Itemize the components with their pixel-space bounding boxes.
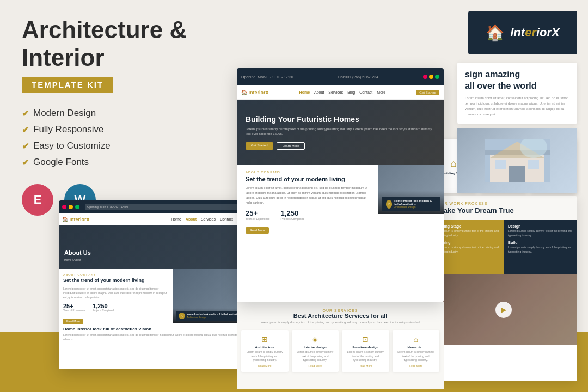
dot-yellow: [69, 205, 73, 209]
process-img-overlay: ▶: [430, 274, 577, 345]
service-name: Furniture design: [345, 346, 386, 349]
s2-about-left: ABOUT COMPANY Set the trend of your mode…: [59, 269, 173, 323]
stat-experience: 25+ Years of Experience: [246, 209, 270, 220]
about-left: ABOUT COMPANY Set the trend of your mode…: [237, 165, 378, 239]
stats-row: 25+ Years of Experience 1,250 Projects C…: [246, 209, 370, 220]
service-desc: Lorem ipsum is simply dummy text of the …: [244, 350, 285, 363]
service-link[interactable]: Read More: [345, 364, 386, 367]
nav-links: Home About Services Blog Contact More: [299, 90, 386, 94]
check-icon: ✔: [22, 157, 29, 168]
hero-get-started-btn[interactable]: Get Started: [246, 142, 273, 150]
service-link[interactable]: Read More: [244, 364, 285, 367]
services-label: OUR SERVICES: [242, 309, 438, 313]
service-name: Interior design: [295, 346, 336, 349]
site-logo: 🏠 InteriorX: [241, 90, 269, 95]
step-desc: Lorem ipsum is simply dummy text of the …: [434, 246, 499, 254]
step-desc: Lorem ipsum is simply dummy text of the …: [434, 229, 499, 237]
floating-badge: ⌂ Home Interior look modern & full of ae…: [382, 197, 440, 211]
about-section: ABOUT COMPANY Set the trend of your mode…: [237, 165, 444, 239]
s2-browser-header: Opening: Mon-FRI9OC - 17:30: [59, 200, 249, 213]
list-item: ✔ Google Fonts: [22, 157, 229, 168]
right-panel: sign amazingall over the world Lorem ips…: [457, 63, 577, 198]
badge-sub: Architecture Design: [394, 206, 436, 209]
dot-green: [435, 75, 439, 79]
services-title: Best Architecture Services for all: [242, 313, 438, 319]
check-icon: ✔: [22, 141, 29, 151]
s2-about-text: Lorem ipsum dolor sit amet, consectetur …: [63, 286, 169, 299]
s2-about: ABOUT COMPANY Set the trend of your mode…: [59, 269, 249, 323]
services-section: OUR SERVICES Best Architecture Services …: [237, 302, 444, 389]
service-desc: Lorem ipsum is simply dummy text of the …: [396, 350, 437, 363]
step-desc: Lorem ipsum is simply dummy text of the …: [508, 229, 573, 237]
process-step-design: Design Lorem ipsum is simply dummy text …: [508, 224, 573, 237]
brand-name: InteriorX: [510, 26, 559, 40]
url-bar: Opening: Mon-FRI9OC - 17:30: [85, 204, 243, 210]
check-icon: ✔: [22, 108, 29, 119]
list-item: ✔ Fully Responsive: [22, 124, 229, 135]
about-title: Set the trend of your modern living: [246, 175, 370, 183]
dot-yellow: [429, 75, 433, 79]
service-name: Architecture: [244, 346, 285, 349]
process-header: OUR WORK PROCESS Make Your Dream True: [430, 196, 577, 220]
service-link[interactable]: Read More: [396, 364, 437, 367]
service-desc: Lorem ipsum is simply dummy text of the …: [295, 350, 336, 363]
process-title: Make Your Dream True: [438, 206, 569, 215]
service-card-home: ⌂ Home de... Lorem ipsum is simply dummy…: [393, 330, 440, 372]
service-name: Home de...: [396, 346, 437, 349]
s2-bottom: Home Interior look full of aesthetics Vi…: [59, 323, 249, 356]
play-button[interactable]: ▶: [495, 302, 512, 318]
process-step-planning: Planning Lorem ipsum is simply dummy tex…: [434, 241, 499, 254]
step-name: Design: [508, 224, 573, 228]
s2-stats: 25+ Years of Experience 1,250 Projects C…: [63, 303, 169, 312]
dot-red: [423, 75, 427, 79]
service-desc: Lorem ipsum is simply dummy text of the …: [345, 350, 386, 363]
house-image: [457, 128, 577, 193]
hero-subtitle: Lorem ipsum is simply dummy text of the …: [246, 127, 435, 137]
dot-green: [75, 205, 79, 209]
s2-hero-title: About Us: [64, 249, 244, 256]
check-icon: ✔: [22, 125, 29, 135]
left-panel: Architecture & Interior TEMPLATE KIT ✔ M…: [22, 16, 229, 216]
service-card-arch: ⊞ Architecture Lorem ipsum is simply dum…: [241, 330, 289, 372]
template-kit-badge: TEMPLATE KIT: [22, 77, 113, 93]
hero-buttons: Get Started Learn More: [246, 142, 305, 150]
step-name: Planning: [434, 241, 499, 244]
furniture-icon: ⊡: [345, 335, 386, 344]
house-svg: [485, 139, 550, 182]
process-label: OUR WORK PROCESS: [438, 201, 569, 205]
s2-hero-sub: Home / About: [64, 258, 244, 261]
sign-title: sign amazingall over the world: [465, 69, 569, 92]
s2-badge: ⌂ Home Interior look modern & full of ae…: [176, 311, 247, 321]
s2-logo: 🏠 InteriorX: [62, 217, 90, 222]
s2-read-more[interactable]: Read More: [63, 318, 83, 324]
hero-section: Building Your Futuristic Homes Lorem ips…: [237, 100, 444, 165]
elementor-logo: E: [22, 184, 53, 216]
site-nav: 🏠 InteriorX Home About Services Blog Con…: [237, 85, 444, 100]
read-more-btn[interactable]: Read More: [246, 227, 269, 234]
page-title: Architecture & Interior: [22, 16, 229, 71]
screenshot-2: Opening: Mon-FRI9OC - 17:30 🏠 InteriorX …: [59, 200, 249, 369]
hero-title: Building Your Futuristic Homes: [246, 115, 359, 124]
service-card-interior: ◈ Interior design Lorem ipsum is simply …: [292, 330, 339, 372]
about-text: Lorem ipsum dolor sit amet, consectetur …: [246, 186, 370, 205]
get-started-nav-btn[interactable]: Get Started: [416, 90, 439, 95]
services-header: OUR SERVICES Best Architecture Services …: [237, 302, 444, 327]
s2-nav-links: Home About Services Contact More: [171, 217, 246, 221]
hero-learn-more-btn[interactable]: Learn More: [277, 142, 305, 150]
process-right: Design Lorem ipsum is simply dummy text …: [504, 220, 577, 274]
service-link[interactable]: Read More: [295, 364, 336, 367]
services-subtitle: Lorem Ipsum is simply dummy text of the …: [242, 321, 438, 324]
badge-icon: ⌂: [386, 200, 392, 209]
about-img-overlay: ⌂ Home Interior look modern & full of ae…: [378, 191, 444, 214]
about-image: ⌂ Home Interior look modern & full of ae…: [378, 165, 444, 214]
brand-icon: 🏠: [486, 24, 505, 42]
step-desc: Lorem ipsum is simply dummy text of the …: [508, 246, 573, 254]
arch-icon: ⊞: [244, 335, 285, 344]
service-card-furniture: ⊡ Furniture design Lorem ipsum is simply…: [342, 330, 389, 372]
house-img-inner: [457, 128, 577, 193]
s2-nav: 🏠 InteriorX Home About Services Contact …: [59, 213, 249, 225]
interior-icon: ◈: [295, 335, 336, 344]
process-image: ▶: [430, 274, 577, 345]
stat-projects: 1,250 Projects Completed: [281, 209, 305, 220]
badge-text: Home Interior look modern & full of aest…: [394, 199, 436, 206]
